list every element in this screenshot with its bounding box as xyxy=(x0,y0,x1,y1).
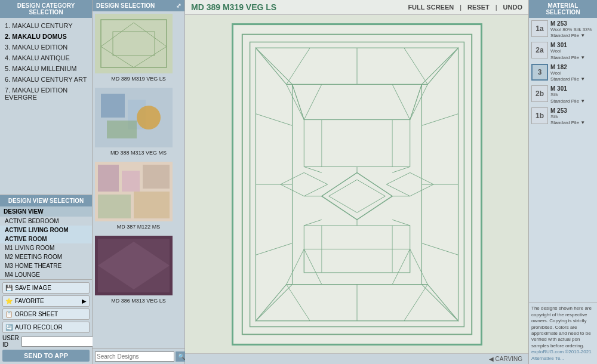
canvas-title: MD 389 M319 VEG LS xyxy=(191,2,276,12)
left-panel: DESIGN CATEGORY SELECTION 1. MAKALU CENT… xyxy=(0,0,93,364)
send-to-app-button[interactable]: SEND TO APP xyxy=(2,350,90,362)
svg-rect-5 xyxy=(101,94,125,118)
thumbnail-0[interactable]: MD 389 M319 VEG LS xyxy=(95,14,182,83)
canvas-controls: FULL SCREEN | RESET | UNDO xyxy=(408,4,522,11)
material-badge-2: 3 xyxy=(531,64,548,81)
middle-panel: DESIGN SELECTION ⤢ MD 389 M319 VEG LS MD… xyxy=(93,0,185,364)
category-item-1[interactable]: 1. MAKALU CENTURY xyxy=(0,20,92,31)
right-panel-footer: The designs shown here are copyright of … xyxy=(529,303,597,364)
material-info-1: M 301 Wool Standard Pile ▼ xyxy=(550,42,595,60)
fullscreen-button[interactable]: FULL SCREEN xyxy=(408,4,454,11)
material-code-0: M 253 xyxy=(550,20,595,27)
user-id-row: USER ID xyxy=(2,335,90,348)
search-input[interactable] xyxy=(95,351,174,362)
svg-rect-14 xyxy=(134,192,170,218)
material-code-2: M 182 xyxy=(550,64,595,70)
tool-btn-auto-recolor[interactable]: 🔄AUTO RECOLOR xyxy=(2,322,90,333)
material-code-3: M 301 xyxy=(550,85,595,92)
tool-btn-order-sheet[interactable]: 📋ORDER SHEET xyxy=(2,309,90,320)
thumb-label-2: MD 387 M122 MS xyxy=(95,223,182,231)
material-desc-3: Silk xyxy=(550,92,595,98)
expand-icon[interactable]: ⤢ xyxy=(176,2,181,9)
svg-rect-11 xyxy=(122,171,140,192)
material-item-4[interactable]: 1b M 253 Silk Standard Pile ▼ xyxy=(531,107,595,125)
design-selection-label: DESIGN SELECTION xyxy=(96,2,155,9)
category-item-4[interactable]: 4. MAKALU ANTIQUE xyxy=(0,53,92,63)
material-dropdown-3[interactable]: Standard Pile ▼ xyxy=(550,98,595,104)
thumb-label-1: MD 388 M313 VEG MS xyxy=(95,149,182,157)
category-item-7[interactable]: 7. MAKALU EDITION EVERGRE xyxy=(0,85,92,103)
thumbnail-2[interactable]: MD 387 M122 MS xyxy=(95,162,182,231)
material-code-4: M 253 xyxy=(550,107,595,114)
undo-button[interactable]: UNDO xyxy=(503,4,522,11)
tool-btn-favorite[interactable]: ⭐FAVORITE▶ xyxy=(2,295,90,307)
material-dropdown-2[interactable]: Standard Pile ▼ xyxy=(550,76,595,82)
main-canvas: MD 389 M319 VEG LS FULL SCREEN | RESET |… xyxy=(185,0,528,364)
category-item-2[interactable]: 2. MAKALU DOMUS xyxy=(0,31,92,42)
material-item-1[interactable]: 2a M 301 Wool Standard Pile ▼ xyxy=(531,42,595,60)
footer-link: exploRUG.com ©2010-2021 Alternative Te..… xyxy=(531,349,592,360)
thumbnail-1[interactable]: MD 388 M313 VEG MS xyxy=(95,88,182,157)
thumb-label-0: MD 389 M319 VEG LS xyxy=(95,75,182,83)
material-info-0: M 253 Wool 80% Silk 33% Standard Pile ▼ xyxy=(550,20,595,38)
right-panel: MATERIAL SELECTION 1a M 253 Wool 80% Sil… xyxy=(528,0,597,364)
view-item-active-living-room[interactable]: ACTIVE LIVING ROOM xyxy=(0,226,92,235)
thumbnail-3[interactable]: MD 386 M313 VEG LS xyxy=(95,236,182,305)
material-desc-2: Wool xyxy=(550,70,595,76)
material-desc-4: Silk xyxy=(550,114,595,120)
search-row: 🔍 xyxy=(93,348,184,364)
design-view-label: DESIGN VIEW xyxy=(0,206,92,217)
category-item-6[interactable]: 6. MAKALU CENTURY ART xyxy=(0,74,92,85)
thumb-label-3: MD 386 M313 VEG LS xyxy=(95,297,182,305)
design-category-list: 1. MAKALU CENTURY2. MAKALU DOMUS3. MAKAL… xyxy=(0,18,92,195)
canvas-footer: ◀ CARVING xyxy=(185,353,528,364)
reset-button[interactable]: RESET xyxy=(467,4,490,11)
category-item-5[interactable]: 5. MAKALU MILLENIUM xyxy=(0,63,92,74)
view-item-active-bedroom[interactable]: ACTIVE BEDROOM xyxy=(0,217,92,226)
material-desc-1: Wool xyxy=(550,48,595,54)
view-item-active-room[interactable]: ACTIVE ROOM xyxy=(0,235,92,243)
view-item-m4-lounge[interactable]: M4 LOUNGE xyxy=(0,270,92,279)
thumb-svg-3 xyxy=(95,236,173,295)
material-badge-3: 2b xyxy=(531,85,548,102)
user-id-label: USER ID xyxy=(2,335,19,348)
thumb-svg-2 xyxy=(95,162,173,221)
rug-design-svg xyxy=(232,23,482,346)
material-item-0[interactable]: 1a M 253 Wool 80% Silk 33% Standard Pile… xyxy=(531,20,595,38)
material-desc-0: Wool 80% Silk 33% xyxy=(550,27,595,33)
user-id-input[interactable] xyxy=(21,337,101,347)
material-dropdown-1[interactable]: Standard Pile ▼ xyxy=(550,55,595,60)
tool-btn-save-image[interactable]: 💾SAVE IMAGE xyxy=(2,282,90,294)
svg-point-7 xyxy=(137,106,161,129)
design-view-selection-header: DESIGN VIEW SELECTION xyxy=(0,195,92,206)
material-info-4: M 253 Silk Standard Pile ▼ xyxy=(550,107,595,125)
bottom-tools: 💾SAVE IMAGE⭐FAVORITE▶📋ORDER SHEET🔄AUTO R… xyxy=(0,279,92,364)
material-selection-header: MATERIAL SELECTION xyxy=(529,0,597,18)
material-list: 1a M 253 Wool 80% Silk 33% Standard Pile… xyxy=(529,18,597,303)
design-view-section: DESIGN VIEW SELECTION DESIGN VIEW ACTIVE… xyxy=(0,195,92,279)
svg-rect-13 xyxy=(98,195,131,218)
category-item-3[interactable]: 3. MAKALU EDITION xyxy=(0,42,92,53)
design-thumbnails: MD 389 M319 VEG LS MD 388 M313 VEG MS MD… xyxy=(93,11,184,348)
svg-rect-8 xyxy=(107,121,137,138)
copyright-text: The designs shown here are copyright of … xyxy=(531,306,592,348)
svg-rect-10 xyxy=(98,165,119,192)
design-view-list: ACTIVE BEDROOMACTIVE LIVING ROOMACTIVE R… xyxy=(0,217,92,279)
design-category-header: DESIGN CATEGORY SELECTION xyxy=(0,0,92,18)
canvas-area xyxy=(185,15,528,353)
carving-label: ◀ CARVING xyxy=(489,356,522,362)
thumb-svg-0 xyxy=(95,14,173,73)
material-info-2: M 182 Wool Standard Pile ▼ xyxy=(550,64,595,82)
material-item-3[interactable]: 2b M 301 Silk Standard Pile ▼ xyxy=(531,85,595,103)
view-item-m1-living-room[interactable]: M1 LIVING ROOM xyxy=(0,243,92,252)
material-badge-1: 2a xyxy=(531,42,548,58)
material-code-1: M 301 xyxy=(550,42,595,48)
view-item-m2-meeting-room[interactable]: M2 MEETING ROOM xyxy=(0,252,92,261)
view-item-m3-home-theatre[interactable]: M3 HOME THEATRE xyxy=(0,261,92,270)
thumb-svg-1 xyxy=(95,88,173,147)
material-dropdown-0[interactable]: Standard Pile ▼ xyxy=(550,33,595,38)
material-badge-4: 1b xyxy=(531,107,548,124)
material-dropdown-4[interactable]: Standard Pile ▼ xyxy=(550,120,595,125)
material-item-2[interactable]: 3 M 182 Wool Standard Pile ▼ xyxy=(531,64,595,82)
material-badge-0: 1a xyxy=(531,20,548,37)
